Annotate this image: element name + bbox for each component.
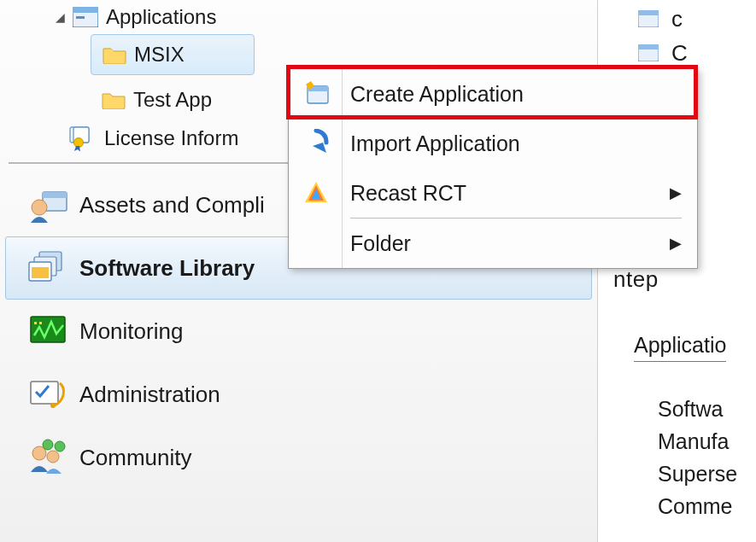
submenu-arrow-icon: ▶ — [670, 184, 682, 202]
menu-item-label: Recast RCT — [350, 181, 466, 206]
svg-point-20 — [43, 440, 53, 450]
tree-node-applications[interactable]: ◢ Applications — [0, 0, 597, 34]
svg-point-19 — [47, 451, 59, 463]
nav-item-administration[interactable]: Administration — [5, 363, 592, 426]
svg-marker-25 — [313, 143, 326, 153]
menu-item-create-application[interactable]: Create Application — [289, 69, 697, 119]
menu-item-recast-rct[interactable]: Recast RCT ▶ — [289, 168, 697, 218]
tree-node-label: License Inform — [104, 126, 238, 150]
svg-rect-32 — [638, 44, 659, 50]
create-application-icon — [297, 77, 335, 111]
svg-rect-14 — [34, 322, 37, 324]
field-label: Superse — [658, 457, 737, 490]
tree-node-msix[interactable]: MSIX — [91, 34, 255, 75]
menu-item-import-application[interactable]: Import Application — [289, 119, 697, 168]
list-row[interactable]: c — [636, 2, 756, 36]
field-label: Softwa — [658, 393, 737, 425]
application-icon — [636, 44, 661, 61]
recast-icon — [297, 176, 335, 210]
svg-rect-30 — [638, 10, 659, 15]
administration-icon — [23, 373, 74, 416]
import-arrow-icon — [297, 126, 335, 160]
svg-rect-2 — [76, 16, 85, 19]
application-icon — [636, 10, 661, 27]
tree-node-label: Applications — [106, 5, 216, 29]
nav-item-label: Community — [79, 445, 191, 471]
menu-item-label: Folder — [350, 231, 411, 256]
details-band-text: ntep — [613, 266, 659, 293]
list-view: c C — [598, 0, 756, 70]
field-label: Comme — [658, 490, 737, 522]
field-label: Manufa — [658, 425, 737, 457]
menu-item-folder[interactable]: Folder ▶ — [289, 219, 697, 268]
svg-rect-7 — [43, 192, 67, 198]
tree-node-label: Test App — [133, 88, 212, 112]
blank-icon — [297, 226, 335, 260]
monitoring-icon — [23, 310, 74, 353]
software-library-icon — [23, 247, 74, 289]
svg-point-21 — [55, 441, 65, 452]
svg-point-17 — [50, 403, 56, 408]
folder-icon — [99, 87, 128, 113]
svg-point-5 — [74, 138, 84, 148]
nav-item-label: Administration — [79, 382, 220, 408]
assets-icon — [23, 184, 74, 226]
folder-icon — [100, 42, 129, 67]
certificate-icon — [65, 125, 101, 151]
community-icon — [23, 436, 74, 479]
nav-item-label: Software Library — [79, 255, 255, 282]
menu-item-label: Create Application — [350, 82, 524, 107]
submenu-arrow-icon: ▶ — [670, 234, 682, 253]
nav-item-community[interactable]: Community — [5, 426, 592, 489]
tree-node-label: MSIX — [134, 43, 185, 67]
collapse-caret-icon[interactable]: ◢ — [51, 10, 68, 24]
nav-item-monitoring[interactable]: Monitoring — [5, 300, 592, 363]
details-section-heading: Applicatio — [634, 333, 726, 362]
svg-rect-1 — [73, 7, 98, 13]
svg-rect-15 — [39, 322, 42, 324]
context-menu: Create Application Import Application — [288, 68, 698, 269]
nav-item-label: Assets and Compli — [79, 192, 265, 219]
svg-rect-12 — [32, 267, 49, 278]
details-fields: Softwa Manufa Superse Comme — [658, 393, 737, 522]
list-row-text: C — [671, 40, 688, 67]
nav-item-label: Monitoring — [79, 318, 183, 345]
list-row-text: c — [671, 6, 683, 32]
application-icon — [68, 3, 103, 31]
svg-point-8 — [32, 200, 47, 215]
menu-item-label: Import Application — [350, 131, 520, 156]
list-row[interactable]: C — [636, 36, 756, 70]
navigation-pane: ◢ Applications MSIX — [0, 0, 598, 542]
